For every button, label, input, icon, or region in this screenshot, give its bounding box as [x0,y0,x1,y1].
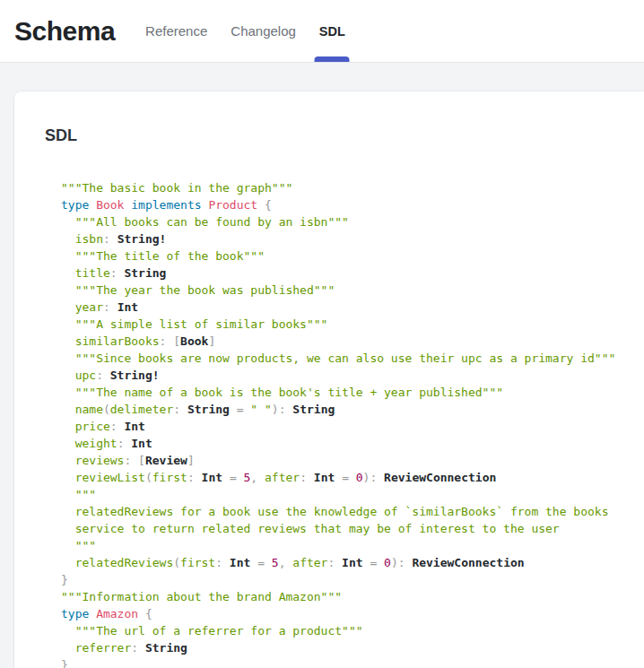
code-line: """A simple list of similar books""" [61,316,633,333]
tab-changelog[interactable]: Changelog [231,0,296,62]
code-line: type Book implements Product { [61,196,633,213]
code-line: upc: String! [61,367,633,384]
code-line: """Information about the brand Amazon""" [61,588,633,605]
sdl-card: SDL """The basic book in the graph"""typ… [14,91,644,668]
page-title: Schema [14,16,115,47]
code-line: similarBooks: [Book] [61,333,633,350]
sdl-section-heading: SDL [45,126,633,145]
code-line: service to return related reviews that m… [61,520,633,537]
code-line: type Amazon { [61,605,633,622]
tab-sdl-label: SDL [319,24,345,39]
code-line: """ [61,537,633,554]
code-line: title: String [61,265,633,282]
tab-reference-label: Reference [145,23,207,39]
tab-reference[interactable]: Reference [145,0,207,62]
code-line: """The year the book was published""" [61,282,633,299]
tab-sdl[interactable]: SDL [319,0,345,62]
code-line: """ [61,486,633,503]
code-line: relatedReviews for a book use the knowle… [61,503,633,520]
code-line: isbn: String! [61,230,633,247]
code-line: """Since books are now products, we can … [61,350,633,367]
tab-bar: Reference Changelog SDL [145,0,345,62]
code-line: year: Int [61,299,633,316]
code-line: relatedReviews(first: Int = 5, after: In… [61,554,633,571]
code-line: """The basic book in the graph""" [61,179,633,196]
code-line: """The url of a referrer for a product""… [61,622,633,639]
code-line: price: Int [61,418,633,435]
code-line: name(delimeter: String = " "): String [61,401,633,418]
code-line: } [61,656,633,668]
code-line: } [61,571,633,588]
code-line: reviews: [Review] [61,452,633,469]
tab-changelog-label: Changelog [231,23,296,39]
code-line: """The title of the book""" [61,247,633,265]
code-line: referrer: String [61,639,633,656]
schema-header: Schema Reference Changelog SDL [0,0,644,63]
code-line: """The name of a book is the book's titl… [61,384,633,401]
code-line: weight: Int [61,435,633,452]
code-line: reviewList(first: Int = 5, after: Int = … [61,469,633,486]
code-line: """All books can be found by an isbn""" [61,213,633,230]
active-tab-indicator [315,56,350,62]
sdl-code-block: """The basic book in the graph"""type Bo… [61,179,633,668]
